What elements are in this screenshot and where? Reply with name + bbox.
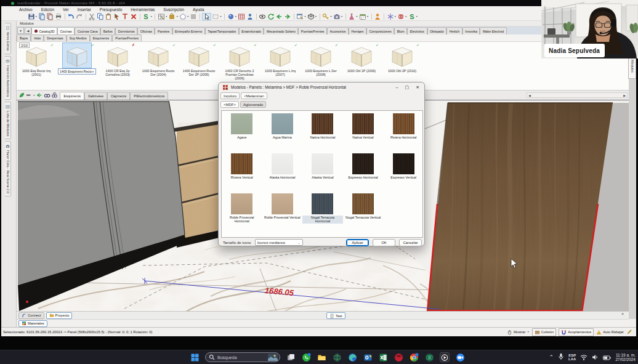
close-panel-icon[interactable]: ×	[621, 312, 624, 316]
menu-ver[interactable]: Ver	[59, 7, 73, 12]
menu-herramientas[interactable]: Herramientas	[126, 7, 159, 12]
tab-catalog3d[interactable]: Catalog3D	[31, 27, 57, 34]
toolbar-infin-icon[interactable]: ▼	[397, 13, 408, 20]
swatch-nativa-vertical[interactable]: Nativa Vertical	[343, 112, 384, 152]
language-indicator[interactable]: ESPLAA	[568, 354, 576, 362]
category-tab-pelectrodomesticos[interactable]: P/Electrodomésticos	[130, 92, 168, 100]
taskbar-app-edge[interactable]	[347, 352, 357, 362]
crumb-incoloro[interactable]: Incoloro	[220, 92, 240, 99]
taskbar-app-globe-dark2[interactable]	[424, 352, 434, 362]
dialog-minimize-icon[interactable]: –	[396, 85, 398, 89]
swatch-riviera-vertical[interactable]: Riviera Vertical	[222, 152, 262, 192]
dropdown-arrow-icon[interactable]: ▼	[176, 15, 178, 18]
tab-esquineros[interactable]: Esquineros	[90, 34, 113, 41]
toolbar-graybox-icon[interactable]	[190, 13, 198, 20]
tab-test[interactable]: Test	[326, 312, 345, 319]
module-horizontal-scrollbar[interactable]: ◀ ▶	[527, 92, 628, 98]
taskbar-app-file-explorer[interactable]	[317, 352, 326, 362]
toolbar-printer-icon[interactable]	[54, 13, 62, 20]
tab-mecanizadosoltero[interactable]: Mecanizado Soltero	[264, 27, 298, 34]
start-button[interactable]	[190, 352, 200, 362]
clock[interactable]: 11:19 a. m.27/02/2024	[615, 353, 636, 362]
cancelar-button[interactable]: Cancelar	[399, 239, 422, 246]
dropdown-arrow-icon[interactable]: ▼	[165, 15, 167, 18]
swatch-riviera-horizontal[interactable]: Riviera Horizontal	[383, 112, 423, 152]
tab-bajos[interactable]: Bajos	[17, 34, 31, 41]
tab-hettich[interactable]: Hettich	[446, 27, 462, 34]
toolbar-table-icon[interactable]	[238, 13, 246, 20]
catalog-dropdown-icon[interactable]: ▼	[17, 27, 24, 34]
menu-archivo[interactable]: Archivo	[15, 7, 37, 12]
dropdown-arrow-icon[interactable]: ▼	[220, 15, 222, 18]
minibar-binoc-icon[interactable]	[43, 92, 50, 99]
tab-innovika[interactable]: Innovika	[462, 27, 480, 34]
toolbar-copy-icon[interactable]	[96, 13, 104, 20]
menu-presupuesto[interactable]: Presupuesto	[95, 7, 127, 12]
toolbar-pages-icon[interactable]	[46, 13, 54, 20]
tab-connect[interactable]: Connect	[18, 312, 44, 319]
toolbar-cursor-icon[interactable]	[202, 13, 211, 20]
microphone-icon[interactable]	[558, 352, 564, 363]
toolbar-cut-icon[interactable]	[88, 13, 96, 20]
acoplamientos-toggle[interactable]: Acoplamientos	[559, 328, 594, 336]
tab-materiales[interactable]: Materiales	[18, 320, 47, 327]
toolbar-camera-icon[interactable]: ▼	[333, 13, 343, 20]
minibar-binocab-icon[interactable]: ab	[51, 92, 59, 99]
sidebar-tab-listademodulos[interactable]: Lista de Módulos	[5, 102, 11, 140]
toolbar-delx-icon[interactable]	[129, 13, 137, 20]
dropdown-arrow-icon[interactable]: ▼	[150, 15, 152, 18]
toolbar-winpen-icon[interactable]: ▼	[296, 13, 307, 20]
speaker-icon[interactable]	[592, 352, 599, 363]
tab-despensas[interactable]: Despensas	[44, 34, 67, 41]
module-item[interactable]: ✓1000 Esquinero L Izq (2007)	[260, 43, 300, 80]
swatch-nativa-horizontal[interactable]: Nativa Horizontal	[302, 112, 343, 152]
tab-paneles[interactable]: Paneles	[155, 27, 172, 34]
toolbar-flask-icon[interactable]: ▼	[348, 13, 358, 20]
dialog-close-icon[interactable]: ✕	[416, 85, 419, 89]
scroll-left-icon[interactable]: ◀	[527, 94, 532, 97]
tray-chevron-icon[interactable]: ⌃	[549, 354, 554, 360]
module-item[interactable]: ✓1400 Esquinero Recto Der 2P (2005)	[179, 43, 219, 80]
menu-ayuda[interactable]: Ayuda	[188, 7, 208, 12]
toolbar-person-icon[interactable]	[246, 13, 254, 20]
dropdown-arrow-icon[interactable]: ▼	[341, 15, 342, 18]
tab-entrepanoexterno[interactable]: Entrepaño Externo	[172, 27, 205, 34]
crumb-aglomerado[interactable]: Aglomerado	[240, 101, 266, 108]
toolbar-dollar-icon[interactable]: S▼	[142, 13, 153, 20]
swatch-agua-marina[interactable]: Agua Marina	[262, 112, 303, 152]
dropdown-arrow-icon[interactable]: ▼	[35, 15, 37, 18]
icon-size-select[interactable]: Iconos medianos ⌄	[255, 239, 303, 246]
search-box[interactable]: Búsqueda	[205, 352, 280, 362]
aplicar-button[interactable]: Aplicar	[346, 239, 369, 246]
swatch-agave[interactable]: Agave	[222, 112, 262, 152]
scroll-right-icon[interactable]: ▶	[622, 94, 627, 97]
taskbar-app-media-play[interactable]	[440, 352, 450, 362]
tab-mabeelectrod[interactable]: Mabe Electrod	[480, 27, 506, 34]
sidebar-tab-insercionautomatica[interactable]: Inserción Automática	[5, 56, 11, 100]
toolbar-calendar-icon[interactable]: ▼	[358, 13, 369, 20]
module-item[interactable]: ✓1000 Esquinero L Der (2008)	[301, 43, 341, 80]
tab-oficinas[interactable]: Oficinas	[137, 27, 155, 34]
tab-puertasfrentes[interactable]: Puertas/Frentes	[112, 34, 142, 41]
tab-banos[interactable]: Baños	[100, 27, 115, 34]
dropdown-arrow-icon[interactable]: ▼	[304, 15, 306, 18]
toolbar-arrl-icon[interactable]	[275, 13, 283, 20]
module-item[interactable]: ✓1400 CR Derecho 2 Puertas Corredizas (2…	[220, 43, 259, 80]
mostrar-control[interactable]: Mostrar▼	[507, 330, 530, 335]
colision-toggle[interactable]: Colisión	[532, 328, 557, 336]
swatch-roble-provenzal-horizontal[interactable]: Roble Provenzal Horizontal	[222, 192, 262, 232]
minibar-arrl-icon[interactable]	[36, 92, 43, 99]
tab-tapastamponados[interactable]: Tapas/Tamponados	[205, 27, 239, 34]
wifi-icon[interactable]	[580, 352, 588, 363]
toolbar-arrow-icon[interactable]	[113, 13, 121, 20]
swatch-roble-provenzal-vertical[interactable]: Roble Provenzal Vertical	[262, 192, 303, 232]
toolbar-disk-icon[interactable]: ▼	[27, 13, 38, 20]
dialog-maximize-icon[interactable]: ▢	[405, 85, 410, 89]
module-item[interactable]: ✓1000 Obl 2P (2010)	[382, 43, 422, 80]
ok-button[interactable]: OK	[373, 239, 395, 246]
module-item[interactable]: ✓1000 Obl 1P (2009)	[342, 43, 381, 80]
tab-puertasfrentes[interactable]: Puertas/Frentes	[298, 27, 327, 34]
dropdown-arrow-icon[interactable]: ▼	[405, 15, 407, 18]
taskbar-app-red-sphere[interactable]	[394, 352, 403, 362]
catalog-back-icon[interactable]: ◀	[25, 27, 31, 34]
